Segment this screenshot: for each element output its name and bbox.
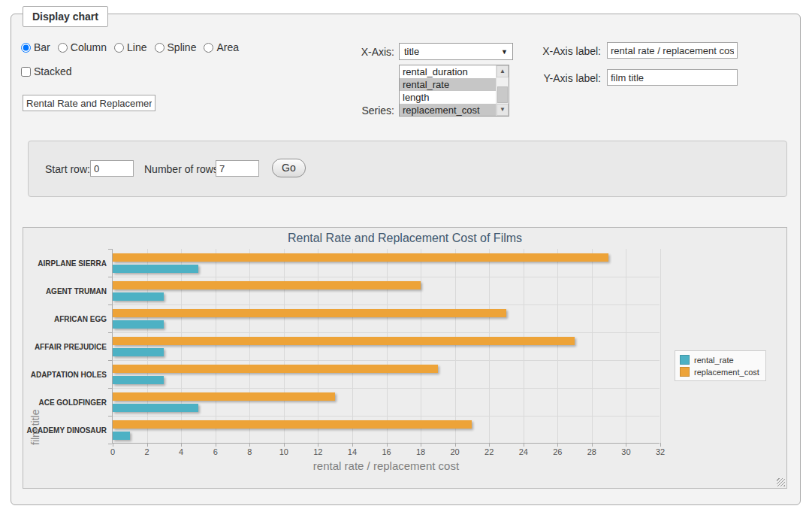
x-gridline bbox=[147, 249, 148, 443]
x-gridline bbox=[524, 249, 524, 443]
series-option-rental_duration[interactable]: rental_duration bbox=[400, 65, 496, 78]
go-button[interactable]: Go bbox=[272, 159, 306, 177]
bar-replacement_cost[interactable] bbox=[113, 253, 608, 262]
chart-type-option-line: Line bbox=[114, 41, 146, 53]
x-tick-mark bbox=[421, 443, 421, 447]
x-gridline bbox=[489, 249, 490, 443]
category-label: AGENT TRUMAN bbox=[46, 286, 107, 295]
bar-replacement_cost[interactable] bbox=[113, 420, 472, 429]
x-tick-label: 16 bbox=[382, 447, 391, 456]
x-tick-label: 2 bbox=[145, 447, 149, 456]
bar-rental_rate[interactable] bbox=[113, 265, 198, 273]
series-option-replacement_cost[interactable]: replacement_cost bbox=[400, 104, 496, 116]
y-gridline bbox=[113, 416, 660, 417]
bar-replacement_cost[interactable] bbox=[113, 392, 335, 401]
chart-type-radio-line[interactable] bbox=[114, 43, 124, 53]
x-axis-select[interactable]: title ▼ bbox=[399, 43, 513, 60]
y-tick-mark bbox=[108, 249, 112, 250]
series-option-rental_rate[interactable]: rental_rate bbox=[400, 78, 496, 91]
chart-type-radio-spline[interactable] bbox=[155, 43, 165, 53]
chart-type-option-bar: Bar bbox=[21, 41, 50, 53]
y-tick-mark bbox=[108, 360, 112, 361]
num-rows-input[interactable] bbox=[216, 160, 259, 177]
legend-swatch bbox=[680, 367, 690, 377]
x-tick-label: 6 bbox=[213, 447, 218, 456]
bar-replacement_cost[interactable] bbox=[113, 309, 506, 317]
chart-title-input[interactable] bbox=[23, 95, 155, 111]
scroll-up-icon[interactable]: ▲ bbox=[497, 65, 509, 77]
x-tick-mark bbox=[592, 443, 593, 447]
legend-label: rental_rate bbox=[694, 356, 734, 365]
x-tick-mark bbox=[524, 443, 524, 447]
category-label: ACADEMY DINOSAUR bbox=[27, 426, 107, 434]
resize-handle-icon[interactable] bbox=[777, 478, 785, 486]
x-tick-mark bbox=[216, 443, 216, 447]
x-gridline bbox=[216, 249, 216, 443]
chart-type-radio-column[interactable] bbox=[58, 43, 68, 53]
category-label: ACE GOLDFINGER bbox=[38, 398, 107, 406]
series-scrollbar[interactable]: ▲ ▼ bbox=[496, 65, 509, 116]
chart-type-radio-label: Line bbox=[127, 41, 146, 53]
bar-replacement_cost[interactable] bbox=[113, 337, 575, 345]
category-label: AFFAIR PREJUDICE bbox=[35, 342, 107, 350]
bar-replacement_cost[interactable] bbox=[113, 281, 421, 289]
y-tick-mark bbox=[108, 332, 112, 333]
page: Display chart BarColumnLineSplineArea St… bbox=[0, 0, 812, 512]
chart-legend: rental_ratereplacement_cost bbox=[675, 350, 766, 381]
x-tick-mark bbox=[249, 443, 250, 447]
bar-rental_rate[interactable] bbox=[113, 348, 164, 356]
chart-type-radio-area[interactable] bbox=[204, 43, 213, 53]
bar-replacement_cost[interactable] bbox=[113, 365, 438, 373]
stacked-checkbox[interactable] bbox=[21, 67, 31, 77]
start-row-label: Start row: bbox=[45, 163, 90, 175]
chart-type-radio-label: Area bbox=[216, 41, 239, 53]
y-gridline bbox=[113, 332, 660, 333]
x-tick-label: 26 bbox=[553, 447, 562, 456]
chart-type-option-column: Column bbox=[58, 41, 107, 53]
x-tick-label: 22 bbox=[484, 447, 494, 456]
chart-type-radio-bar[interactable] bbox=[21, 43, 31, 53]
chart-type-radio-label: Column bbox=[71, 41, 107, 53]
y-tick-mark bbox=[108, 444, 112, 444]
x-tick-label: 8 bbox=[247, 447, 252, 456]
x-gridline bbox=[181, 249, 182, 443]
series-option-length[interactable]: length bbox=[400, 91, 496, 104]
bar-rental_rate[interactable] bbox=[113, 320, 164, 329]
x-gridline bbox=[660, 249, 661, 443]
x-tick-label: 28 bbox=[587, 447, 596, 456]
bar-rental_rate[interactable] bbox=[113, 292, 164, 301]
x-axis-label-input[interactable] bbox=[607, 42, 738, 59]
y-axis-label-label: Y-Axis label: bbox=[526, 72, 601, 84]
x-tick-mark bbox=[455, 443, 456, 447]
x-tick-mark bbox=[387, 443, 388, 447]
bar-rental_rate[interactable] bbox=[113, 432, 130, 440]
x-axis-selected-value: title bbox=[404, 46, 419, 57]
y-tick-mark bbox=[108, 388, 112, 389]
x-gridline bbox=[387, 249, 388, 443]
bar-rental_rate[interactable] bbox=[113, 376, 164, 384]
x-axis-label-label: X-Axis label: bbox=[526, 45, 601, 57]
series-options: rental_durationrental_ratelengthreplacem… bbox=[400, 65, 496, 116]
x-tick-label: 18 bbox=[416, 447, 425, 456]
x-tick-label: 20 bbox=[451, 447, 460, 456]
scroll-down-icon[interactable]: ▼ bbox=[497, 104, 509, 116]
series-multiselect[interactable]: rental_durationrental_ratelengthreplacem… bbox=[399, 65, 509, 117]
stacked-checkbox-wrap: Stacked bbox=[21, 65, 72, 77]
legend-swatch bbox=[680, 355, 690, 365]
chart-x-axis-title: rental rate / replacement cost bbox=[113, 459, 660, 472]
x-tick-mark bbox=[557, 443, 558, 447]
bar-rental_rate[interactable] bbox=[113, 404, 198, 412]
x-tick-label: 0 bbox=[110, 447, 115, 456]
legend-entry-rental_rate[interactable]: rental_rate bbox=[680, 355, 759, 365]
start-row-input[interactable] bbox=[90, 160, 134, 177]
chart-panel: Rental Rate and Replacement Cost of Film… bbox=[23, 227, 787, 489]
scrollbar-thumb[interactable] bbox=[497, 86, 508, 103]
x-gridline bbox=[318, 249, 318, 443]
y-gridline bbox=[113, 360, 660, 361]
legend-entry-replacement_cost[interactable]: replacement_cost bbox=[680, 367, 759, 377]
x-tick-label: 32 bbox=[656, 447, 665, 456]
x-gridline bbox=[249, 249, 250, 443]
y-gridline bbox=[113, 277, 660, 277]
y-axis-label-input[interactable] bbox=[607, 69, 738, 86]
fieldset-legend: Display chart bbox=[23, 6, 108, 27]
